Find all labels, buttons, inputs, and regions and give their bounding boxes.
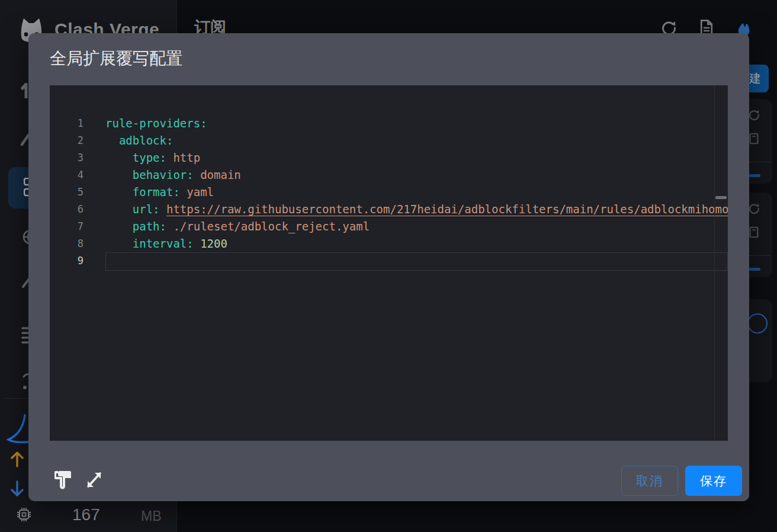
line-number: 1 xyxy=(50,115,105,132)
open-in-full-icon[interactable] xyxy=(85,470,104,490)
update-icon[interactable] xyxy=(747,202,760,215)
line-text: interval: 1200 xyxy=(105,235,728,252)
spinner-icon xyxy=(747,313,768,334)
code-line[interactable]: 1rule-providers: xyxy=(50,115,728,132)
line-number: 6 xyxy=(50,201,105,218)
edit-file-icon[interactable] xyxy=(747,132,760,145)
line-number: 7 xyxy=(50,218,105,235)
code-line[interactable]: 9 xyxy=(50,252,728,270)
memory-usage-value: 167 xyxy=(72,505,100,524)
line-text: url: https://raw.githubusercontent.com/2… xyxy=(105,201,728,218)
cancel-button[interactable]: 取消 xyxy=(621,466,678,496)
line-number: 2 xyxy=(50,132,105,149)
code-line[interactable]: 3 type: http xyxy=(50,149,728,166)
memory-chip-icon[interactable] xyxy=(17,507,31,522)
line-text xyxy=(105,252,728,270)
format-paint-icon[interactable] xyxy=(54,470,73,490)
dialog-title: 全局扩展覆写配置 xyxy=(50,47,182,70)
card-divider xyxy=(747,162,770,162)
line-number: 4 xyxy=(50,166,105,184)
code-lines: 1rule-providers:2 adblock:3 type: http4 … xyxy=(50,115,728,270)
download-arrow-icon xyxy=(9,480,25,498)
overview-ruler-mark xyxy=(715,196,727,199)
line-text: path: ./ruleset/adblock_reject.yaml xyxy=(105,218,728,235)
update-icon[interactable] xyxy=(747,108,760,121)
code-line[interactable]: 8 interval: 1200 xyxy=(50,235,728,252)
code-line[interactable]: 2 adblock: xyxy=(50,132,728,149)
line-number: 9 xyxy=(50,252,105,270)
line-number: 8 xyxy=(50,235,105,252)
usage-progress-bar xyxy=(747,268,760,271)
yaml-editor[interactable]: 1rule-providers:2 adblock:3 type: http4 … xyxy=(50,85,728,441)
overview-ruler xyxy=(714,85,715,441)
code-line[interactable]: 5 format: yaml xyxy=(50,184,728,201)
line-text: rule-providers: xyxy=(105,115,728,132)
upload-arrow-icon xyxy=(9,450,25,468)
override-config-dialog: 全局扩展覆写配置 1rule-providers:2 adblock:3 typ… xyxy=(28,33,749,501)
traffic-graph xyxy=(6,414,31,448)
code-line[interactable]: 4 behavior: domain xyxy=(50,166,728,184)
line-number: 5 xyxy=(50,184,105,201)
edit-file-icon[interactable] xyxy=(747,226,760,239)
line-text: type: http xyxy=(105,149,728,166)
code-line[interactable]: 6 url: https://raw.githubusercontent.com… xyxy=(50,201,728,218)
line-text: adblock: xyxy=(105,132,728,149)
app-window: Clash Verge 订阅 新建 xyxy=(0,0,777,532)
line-number: 3 xyxy=(50,149,105,166)
usage-progress-bar xyxy=(747,174,760,177)
line-text: behavior: domain xyxy=(105,166,728,184)
line-text: format: yaml xyxy=(105,184,728,201)
memory-usage-unit: MB xyxy=(141,508,162,524)
code-line[interactable]: 7 path: ./ruleset/adblock_reject.yaml xyxy=(50,218,728,235)
save-button[interactable]: 保存 xyxy=(685,466,742,496)
card-divider xyxy=(747,255,770,256)
